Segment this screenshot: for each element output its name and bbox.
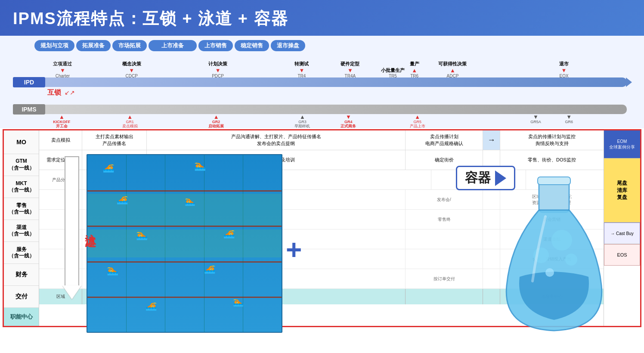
cell-mo-monitor: 卖点的传播计划与监控舆情反映与支持: [500, 130, 604, 150]
milestone-tr4a: 硬件定型 ▼ TR4A: [341, 61, 359, 78]
swimmer-3: 🏊: [117, 194, 128, 205]
flask-svg: [498, 173, 610, 337]
phase-launch-sales: 上市销售: [198, 40, 233, 51]
ipd-milestones-above: 立项通过 ▼ Charter 概念决策 ▼ CDCP 计划决策 ▼ PDCP: [47, 55, 622, 78]
milestone-pdcp: 计划决策 ▼ PDCP: [208, 61, 227, 78]
ipms-m-gr1: ▲ GR1卖点模拟: [122, 114, 138, 129]
r5c4: [483, 210, 500, 229]
phase-planning: 规划与立项: [34, 40, 74, 51]
m-label: 小批量生产: [381, 67, 405, 74]
sidebar-item-finance: 财务: [4, 264, 39, 286]
r8c4: [483, 269, 500, 288]
r4c3: 发布会/: [406, 190, 483, 209]
swimmer-1: 🏊: [103, 162, 115, 173]
lane-highlight-2: [87, 229, 282, 258]
lane-div-3: [87, 261, 282, 263]
swim-down-arrow: [62, 156, 81, 299]
m-gr4: GR4正式商务: [341, 120, 356, 129]
svg-rect-5: [538, 177, 570, 185]
milestone-tr4: 转测试 ▼ TR4: [294, 61, 309, 78]
r8c3: 按订单交付: [406, 269, 483, 288]
mo-content-row: 卖点模拟 主打卖点素材输出产品传播名 产品沟通讲解、主打胶片、产品特征传播名发布…: [39, 130, 604, 150]
ipms-timeline-bar: [45, 105, 627, 114]
cell-mo-output: 主打卖点素材输出产品传播名: [82, 130, 147, 150]
sidebar-item-delivery: 交付: [4, 286, 39, 308]
ipms-m-gr5: ▲ GR5产品上市: [410, 114, 425, 129]
header: IPMS流程特点：互锁 + 泳道 + 容器: [0, 0, 644, 36]
m-arrow: ▼: [215, 67, 221, 74]
r6c4: [483, 229, 500, 249]
swimmer-9: 🏊: [146, 300, 157, 311]
m-arrow-up: ▼: [346, 114, 351, 120]
milestone-eox: 退市 ▼ EOX: [559, 61, 569, 78]
ipd-timeline-bar: [45, 77, 627, 87]
interlock-label: 互锁 ↙↗: [47, 88, 75, 97]
phase-market: 市场拓展: [112, 40, 147, 51]
ipms-m-gr5a: ▼ GR5A: [530, 114, 541, 124]
lane-div-4: [87, 297, 282, 298]
r7c3: [406, 249, 483, 269]
cell-gtm-monitor: 零售、街价、DOS监控: [500, 150, 604, 170]
m-arrow: ▲: [450, 67, 455, 74]
m-arrow: ▼: [347, 67, 353, 74]
flask-container: [498, 173, 610, 328]
r9c3: [406, 289, 483, 304]
ipms-m-gr4: ▼ GR4正式商务: [341, 114, 356, 129]
container-label-box: 容器: [456, 166, 515, 190]
phase-exit: 退市操盘: [271, 40, 305, 51]
page-wrapper: IPMS流程特点：互锁 + 泳道 + 容器 规划与立项 拓展准备 市场拓展 上市…: [0, 0, 644, 327]
sidebar-item-service: 服务（含一线）: [4, 242, 39, 264]
lane-div-2: [87, 226, 282, 227]
r9c4: [483, 289, 500, 304]
m-label: 量产: [410, 61, 419, 67]
m-arrow: ▼: [561, 67, 567, 74]
swim-pool-overlay: 🏊 🏊 🏊 🏊 🏊 🏊 🏊 🏊 🏊 🏊: [87, 154, 282, 333]
swim-arrow-container: 泳道: [62, 156, 98, 299]
swimmer-7: 🏊: [107, 265, 118, 276]
sidebar-item-channel: 渠道（含一线）: [4, 220, 39, 242]
m-label: 概念决策: [122, 61, 141, 67]
pool-background: 🏊 🏊 🏊 🏊 🏊 🏊 🏊 🏊 🏊 🏊: [87, 155, 282, 332]
m-arrow: ▲: [412, 67, 417, 74]
swimmer-10: 🏊: [233, 297, 244, 307]
sidebar-item-mo: MO: [4, 130, 39, 154]
arrow-head: [62, 285, 81, 299]
swim-label-text: 泳道: [83, 224, 98, 232]
milestone-lirang: 立项通过 ▼ Charter: [53, 61, 72, 78]
m-arrow-up: ▲: [300, 114, 305, 120]
ipms-label: IPMS: [13, 104, 45, 115]
m-label: 转测试: [294, 61, 309, 67]
sidebar-item-retail: 零售（含一线）: [4, 198, 39, 220]
milestone-adcp: 可获得性决策 ▲ ADCP: [438, 61, 467, 78]
svg-point-3: [565, 254, 577, 266]
lane-div-1: [87, 190, 282, 192]
r6c3: [406, 229, 483, 249]
m-label: 计划决策: [208, 61, 227, 67]
phase-bar: 规划与立项 拓展准备 市场拓展 上市准备 上市销售 稳定销售 退市操盘: [34, 40, 635, 51]
swimmer-8: 🏊: [204, 263, 216, 274]
r4c4: [483, 190, 500, 209]
m-arrow-down: ▼: [566, 114, 572, 120]
cell-arrow: →: [483, 130, 500, 150]
svg-point-4: [545, 268, 554, 277]
m-arrow: ▼: [299, 67, 305, 74]
ipd-row-container: 立项通过 ▼ Charter 概念决策 ▼ CDCP 计划决策 ▼ PDCP: [13, 55, 635, 104]
m-gr3: GR3早期样机: [294, 120, 310, 129]
m-arrow-down: ▼: [60, 67, 65, 74]
timeline-section: 规划与立项 拓展准备 市场拓展 上市准备 上市销售 稳定销售 退市操盘 立项通过…: [0, 36, 644, 128]
m-label: 立项通过: [53, 61, 72, 67]
ipd-arrow-row: IPD: [13, 77, 635, 87]
right-eom: EOM全球案例分享: [604, 130, 640, 158]
ipms-m-gr2: ▲ GR2启动拓展: [208, 114, 224, 129]
m-gr1: GR1卖点模拟: [122, 120, 138, 129]
milestone-tr6: 量产 ▲ TR6: [410, 61, 419, 78]
interlock-arrows: ↙↗: [65, 89, 75, 96]
phase-stable-sales: 稳定销售: [235, 40, 269, 51]
sidebar-item-function-center: 职能中心: [4, 308, 39, 326]
m-label: 可获得性决策: [438, 61, 467, 67]
phase-launch-prep: 上市准备: [149, 40, 197, 51]
ipms-m-gr3: ▲ GR3早期样机: [294, 114, 310, 129]
svg-point-2: [551, 230, 572, 251]
m-arrow-up: ▲: [59, 114, 65, 120]
m-gr5: GR5产品上市: [410, 120, 425, 129]
